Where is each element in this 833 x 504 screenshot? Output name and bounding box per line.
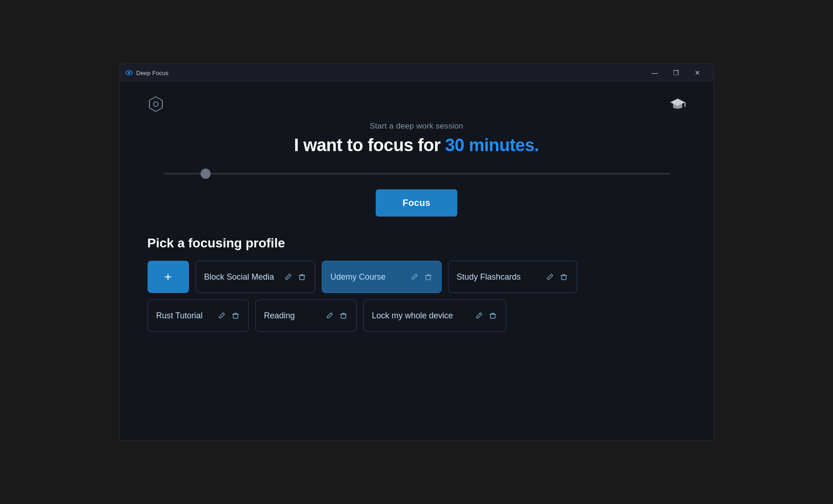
svg-point-1	[128, 72, 130, 74]
window-controls: — ❐ ✕	[644, 65, 708, 80]
edit-study-button[interactable]	[545, 272, 555, 281]
title-bar-left: Deep Focus	[125, 69, 169, 76]
profile-label-block-social: Block Social Media	[204, 272, 278, 282]
svg-rect-7	[426, 275, 431, 280]
profile-section-title: Pick a focusing profile	[148, 236, 686, 251]
delete-block-social-button[interactable]	[297, 272, 307, 281]
edit-icon	[218, 312, 225, 319]
maximize-button[interactable]: ❐	[666, 65, 687, 80]
trash-icon	[425, 273, 432, 281]
profile-label-study-flashcards: Study Flashcards	[457, 272, 540, 282]
profile-label-reading: Reading	[264, 311, 319, 321]
focus-button-wrap: Focus	[148, 189, 686, 217]
edit-udemy-button[interactable]	[410, 272, 419, 281]
delete-udemy-button[interactable]	[424, 272, 433, 281]
profile-row-1: + Block Social Media	[148, 261, 686, 293]
window-title: Deep Focus	[136, 70, 169, 76]
edit-rust-button[interactable]	[217, 311, 226, 320]
settings-icon[interactable]	[148, 96, 164, 112]
profile-card-study-flashcards[interactable]: Study Flashcards	[448, 261, 577, 293]
trash-icon	[489, 312, 496, 319]
window-body-wrap: Start a deep work session I want to focu…	[120, 82, 714, 440]
app-window: Deep Focus — ❐ ✕	[119, 63, 714, 441]
main-title: I want to focus for 30 minutes.	[148, 135, 686, 155]
edit-icon	[475, 312, 483, 319]
edit-icon	[411, 273, 418, 281]
svg-marker-2	[149, 97, 162, 111]
focus-button[interactable]: Focus	[376, 189, 457, 217]
subtitle: Start a deep work session	[148, 122, 686, 131]
delete-rust-button[interactable]	[231, 311, 240, 320]
svg-rect-11	[490, 314, 495, 318]
delete-lock-button[interactable]	[488, 311, 497, 320]
close-button[interactable]: ✕	[687, 65, 708, 80]
profile-actions-study	[545, 272, 568, 281]
profile-card-block-social[interactable]: Block Social Media	[195, 261, 315, 293]
profile-actions-reading	[325, 311, 348, 320]
graduation-icon[interactable]	[669, 96, 686, 112]
minimize-button[interactable]: —	[644, 65, 666, 80]
app-icon	[125, 69, 133, 76]
svg-rect-10	[341, 314, 346, 318]
edit-lock-button[interactable]	[474, 311, 484, 320]
profile-label-lock-device: Lock my whole device	[372, 311, 469, 321]
duration-slider-wrap	[163, 168, 670, 176]
profile-label-udemy-course: Udemy Course	[331, 272, 404, 282]
profile-actions-lock	[474, 311, 497, 320]
svg-rect-8	[561, 275, 566, 280]
edit-block-social-button[interactable]	[284, 272, 293, 281]
profile-row-2: Rust Tutorial	[148, 299, 686, 332]
edit-reading-button[interactable]	[325, 311, 334, 320]
profile-actions-rust	[217, 311, 240, 320]
focus-duration-value: 30	[445, 135, 464, 155]
profile-card-rust-tutorial[interactable]: Rust Tutorial	[148, 299, 249, 332]
edit-icon	[326, 312, 333, 319]
main-title-prefix: I want to focus for	[294, 135, 445, 155]
profile-section: Pick a focusing profile + Block Social M…	[148, 236, 686, 332]
delete-reading-button[interactable]	[339, 311, 348, 320]
window-body: Start a deep work session I want to focu…	[120, 82, 714, 440]
profile-actions-udemy	[410, 272, 433, 281]
title-bar: Deep Focus — ❐ ✕	[120, 64, 714, 82]
profile-card-udemy-course[interactable]: Udemy Course	[322, 261, 442, 293]
profile-card-lock-device[interactable]: Lock my whole device	[363, 299, 506, 332]
trash-icon	[340, 312, 347, 319]
add-profile-button[interactable]: +	[148, 261, 189, 293]
trash-icon	[560, 273, 567, 281]
trash-icon	[298, 273, 306, 281]
main-title-unit: minutes.	[464, 135, 539, 155]
top-icons-row	[148, 96, 686, 112]
trash-icon	[232, 312, 239, 319]
edit-icon	[546, 273, 554, 281]
header: Start a deep work session I want to focu…	[148, 122, 686, 155]
svg-rect-6	[300, 275, 304, 280]
svg-point-3	[154, 102, 158, 106]
svg-rect-9	[233, 314, 238, 318]
profile-card-reading[interactable]: Reading	[255, 299, 357, 332]
edit-icon	[284, 273, 292, 281]
delete-study-button[interactable]	[559, 272, 568, 281]
duration-slider[interactable]	[163, 173, 670, 175]
profile-actions-block-social	[284, 272, 307, 281]
profile-label-rust-tutorial: Rust Tutorial	[156, 311, 212, 321]
